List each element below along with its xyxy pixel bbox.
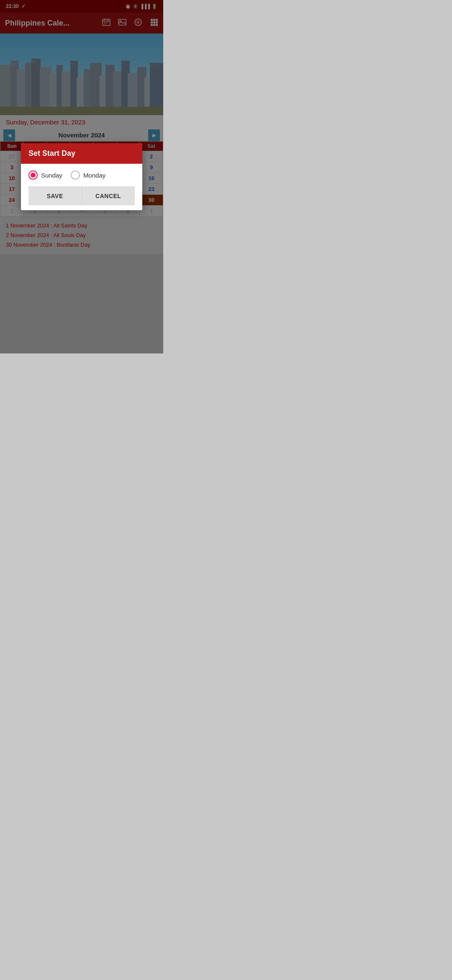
sunday-label: Sunday xyxy=(41,172,62,179)
monday-option[interactable]: Monday xyxy=(71,170,105,180)
save-button[interactable]: SAVE xyxy=(28,187,82,205)
sunday-radio-inner xyxy=(31,173,36,178)
overlay: Set Start Day Sunday Monday SAVE CANCEL xyxy=(0,0,163,353)
dialog: Set Start Day Sunday Monday SAVE CANCEL xyxy=(21,143,142,210)
monday-label: Monday xyxy=(83,172,105,179)
sunday-radio[interactable] xyxy=(28,170,38,180)
dialog-body: Sunday Monday SAVE CANCEL xyxy=(21,164,142,210)
dialog-title: Set Start Day xyxy=(28,149,75,157)
monday-radio[interactable] xyxy=(71,170,80,180)
dialog-buttons: SAVE CANCEL xyxy=(28,186,135,205)
radio-group: Sunday Monday xyxy=(28,170,135,180)
sunday-option[interactable]: Sunday xyxy=(28,170,62,180)
dialog-header: Set Start Day xyxy=(21,143,142,164)
cancel-button[interactable]: CANCEL xyxy=(82,187,135,205)
